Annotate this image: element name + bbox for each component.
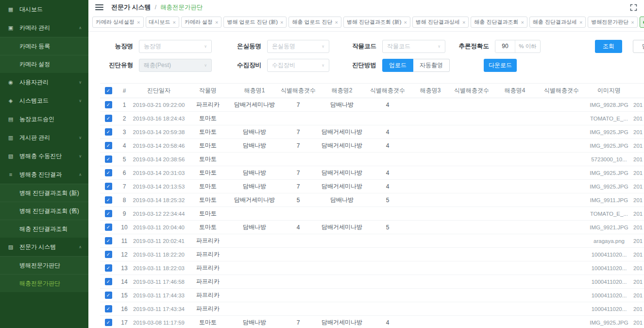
sidebar-item-12[interactable]: 해충 진단결과조회 [0, 220, 88, 238]
farm-name-select-value: 농장명 [144, 42, 161, 51]
tab-close-icon[interactable]: × [521, 19, 524, 25]
row-checkbox[interactable]: ✓ [105, 196, 112, 204]
chevron-down-icon: ∨ [438, 44, 441, 49]
breadcrumb-root[interactable]: 전문가 시스템 [111, 3, 151, 12]
menu-toggle-icon[interactable] [95, 4, 103, 10]
row-checkbox[interactable]: ✓ [105, 264, 112, 272]
select-all-checkbox[interactable]: ✓ [105, 87, 112, 94]
tab-close-icon[interactable]: × [280, 19, 283, 25]
tab-3[interactable]: 병해 업로드 진단 (新)× [223, 17, 287, 28]
cell-crop: 파프리카 [186, 234, 230, 248]
sidebar-item-4[interactable]: ◉사용자관리∨ [0, 73, 88, 91]
row-checkbox[interactable]: ✓ [105, 237, 112, 244]
accuracy-input[interactable] [495, 40, 515, 52]
cell-crop: 토마토 [186, 125, 230, 139]
sidebar-item-5[interactable]: ◈시스템코드∨ [0, 91, 88, 110]
sidebar-item-label: 해충 진단결과조회 [19, 225, 68, 233]
sidebar-item-1[interactable]: ▣카메라 관리∧ [0, 18, 88, 37]
sidebar-item-7[interactable]: ▥게시판 관리∨ [0, 128, 88, 147]
table-header-row: ✓#진단일자작물명해충명1식별해충갯수해충명2식별해충갯수해충명3식별해충갯수해… [100, 84, 644, 98]
cell-date: 2019-03-14 20:58:46 [132, 139, 186, 153]
row-checkbox[interactable]: ✓ [105, 319, 112, 326]
sidebar-item-6[interactable]: ▤농장코드승인 [0, 110, 88, 128]
cell-crop: 파프리카 [186, 289, 230, 302]
sidebar-item-3[interactable]: 카메라 설정 [0, 55, 88, 73]
greenhouse-select[interactable]: 온실동명 ∨ [267, 40, 329, 53]
tab-close-icon[interactable]: × [173, 19, 176, 25]
tab-close-icon[interactable]: × [631, 19, 634, 25]
sidebar-menu: ▦대시보드▣카메라 관리∧카메라 등록카메라 설정◉사용자관리∨◈시스템코드∨▤… [0, 0, 88, 292]
tab-6[interactable]: 병해 진단결과상세× [412, 17, 469, 28]
farm-name-select[interactable]: 농장명 ∨ [139, 40, 212, 53]
crop-code-select[interactable]: 작물코드 ∨ [382, 40, 445, 53]
tab-10[interactable]: 해충전문가판단× [640, 17, 644, 28]
tab-close-icon[interactable]: × [335, 19, 338, 25]
table-row: ✓52019-03-14 20:38:56토마토5723000_10...201 [100, 153, 644, 166]
tab-close-icon[interactable]: × [215, 19, 218, 25]
tab-7[interactable]: 해충 진단결과조회× [471, 17, 527, 28]
row-checkbox[interactable]: ✓ [105, 224, 112, 231]
tab-4[interactable]: 해충 업로드 진단× [288, 17, 341, 28]
tab-close-icon[interactable]: × [462, 19, 465, 25]
cell-crop: 토마토 [186, 153, 230, 166]
row-checkbox[interactable]: ✓ [105, 128, 112, 136]
sidebar-item-10[interactable]: 병해 진단결과조회 (新) [0, 184, 88, 202]
row-checkbox[interactable]: ✓ [105, 101, 112, 108]
row-checkbox-cell: ✓ [100, 139, 117, 153]
tab-5[interactable]: 병해 진단결과조회 (新)× [343, 17, 410, 28]
cell-image: 1000411020... [585, 248, 633, 261]
row-checkbox[interactable]: ✓ [105, 210, 112, 217]
cell-count2 [366, 112, 409, 125]
sidebar-item-9[interactable]: ≡병해충 진단결과∧ [0, 165, 88, 184]
diagnosis-method-label: 진단방법 [339, 61, 376, 69]
sidebar-item-14[interactable]: 병해전문가판단 [0, 256, 88, 274]
cell-pest3 [409, 193, 452, 207]
sidebar-item-label: 대시보드 [19, 5, 43, 14]
cell-date: 2019-03-14 20:38:56 [132, 153, 186, 166]
sidebar-item-label: 카메라 관리 [19, 24, 50, 32]
fullscreen-icon[interactable] [630, 4, 637, 11]
tab-0[interactable]: 카메라 상세설정× [92, 17, 144, 28]
diagnosis-type-select[interactable]: 해충(Pest) ∨ [139, 59, 212, 72]
close-button[interactable]: 닫기 [633, 40, 644, 53]
method-auto-button[interactable]: 자동촬영 [413, 59, 450, 72]
row-checkbox[interactable]: ✓ [105, 305, 112, 312]
tab-label: 해충 진단결과상세 [533, 18, 577, 26]
row-checkbox[interactable]: ✓ [105, 142, 112, 149]
sidebar-item-13[interactable]: ▨전문가 시스템∧ [0, 238, 88, 256]
cell-pest2 [318, 289, 366, 302]
tab-9[interactable]: 병해전문가판단× [588, 17, 637, 28]
tab-2[interactable]: 카메라 설정× [181, 17, 222, 28]
tab-close-icon[interactable]: × [579, 19, 582, 25]
tab-1[interactable]: 대시보드× [146, 17, 179, 28]
cell-count2 [366, 302, 409, 316]
search-button[interactable]: 조회 [595, 40, 622, 53]
cell-no: 6 [117, 166, 132, 180]
row-checkbox[interactable]: ✓ [105, 169, 112, 176]
download-button[interactable]: 다운로드 [484, 59, 517, 72]
cell-pest1: 담배나방 [230, 139, 279, 153]
row-checkbox[interactable]: ✓ [105, 292, 112, 299]
cell-no: 12 [117, 248, 132, 261]
row-checkbox[interactable]: ✓ [105, 115, 112, 122]
method-upload-button[interactable]: 업로드 [382, 59, 413, 72]
row-checkbox[interactable]: ✓ [105, 278, 112, 285]
cell-extra: 201 [633, 234, 644, 248]
sidebar-item-2[interactable]: 카메라 등록 [0, 37, 88, 55]
row-checkbox[interactable]: ✓ [105, 183, 112, 190]
equipment-select[interactable]: 수집장비 ∨ [267, 59, 329, 72]
row-checkbox[interactable]: ✓ [105, 251, 112, 258]
crop-code-label: 작물코드 [339, 42, 376, 51]
cell-count2 [366, 275, 409, 289]
cell-count1 [279, 289, 318, 302]
cell-date: 2019-03-16 18:24:43 [132, 112, 186, 125]
tab-close-icon[interactable]: × [137, 19, 140, 25]
row-checkbox[interactable]: ✓ [105, 155, 112, 163]
sidebar-item-15[interactable]: 해충전문가판단 [0, 274, 88, 292]
sidebar-item-0[interactable]: ▦대시보드 [0, 0, 88, 18]
sidebar-item-8[interactable]: ▧병해충 수동진단∨ [0, 147, 88, 165]
tab-8[interactable]: 해충 진단결과상세× [529, 17, 586, 28]
tab-close-icon[interactable]: × [404, 19, 407, 25]
cell-count4 [538, 98, 585, 112]
sidebar-item-11[interactable]: 병해 진단결과조회 (舊) [0, 202, 88, 220]
